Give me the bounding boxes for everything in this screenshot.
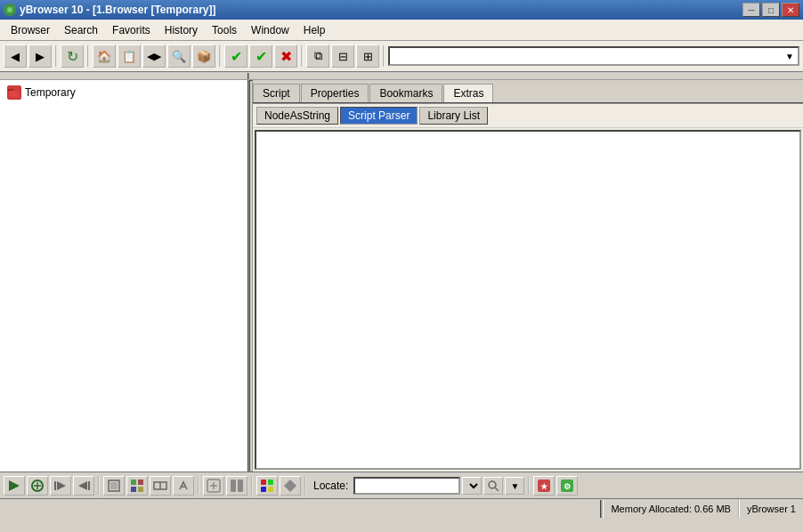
maximize-button[interactable]: □ — [762, 3, 780, 17]
btb-btn-11[interactable] — [256, 476, 278, 496]
locate-action-button-1[interactable] — [483, 477, 503, 495]
btb-btn-10[interactable] — [226, 476, 247, 496]
main-tab-bar: Script Properties Bookmarks Extras — [253, 80, 803, 104]
btb-btn-2[interactable] — [27, 476, 48, 496]
url-input[interactable] — [393, 50, 785, 62]
tree-item-label: Temporary — [25, 86, 76, 99]
subtab-librarylist[interactable]: Library List — [419, 107, 488, 125]
btb-btn-6[interactable] — [126, 476, 148, 496]
tab-properties[interactable]: Properties — [301, 84, 369, 102]
right-col-header — [249, 73, 803, 79]
left-col-header — [0, 73, 249, 79]
red-stop-button[interactable]: ✖ — [274, 44, 297, 68]
sub-tab-bar: NodeAsString Script Parser Library List — [253, 104, 803, 128]
bottom-separator-1 — [98, 477, 100, 495]
menu-browser[interactable]: Browser — [4, 22, 57, 38]
merge-button[interactable]: ⊞ — [356, 44, 379, 68]
btb-btn-5[interactable] — [103, 476, 125, 496]
left-panel: Temporary — [0, 80, 249, 472]
status-memory-text: Memory Allocated: 0.66 MB — [611, 504, 731, 514]
toolbar: ◀ ▶ ↻ 🏠 📋 ◀▶ 🔍 📦 ✔ ✔ ✖ ⧉ ⊟ ⊞ ▼ — [0, 41, 803, 73]
svg-point-2 — [8, 8, 12, 12]
svg-rect-26 — [268, 480, 273, 485]
svg-marker-29 — [284, 480, 296, 492]
window-title: yBrowser 10 - [1.Browser [Temporary]] — [20, 4, 216, 16]
btb-btn-1[interactable] — [4, 476, 25, 496]
svg-rect-23 — [231, 480, 236, 492]
tree-item-temporary[interactable]: Temporary — [4, 84, 244, 101]
export-button[interactable]: 📦 — [192, 44, 215, 68]
toolbar-separator-2 — [87, 45, 89, 67]
bottom-separator-2 — [198, 477, 199, 495]
green-check2-button[interactable]: ✔ — [249, 44, 272, 68]
home-button[interactable]: 🏠 — [93, 44, 116, 68]
bottom-separator-3 — [251, 477, 253, 495]
bottom-separator-4 — [304, 477, 306, 495]
menu-bar: Browser Search Favorits History Tools Wi… — [0, 20, 803, 41]
btb-btn-12[interactable] — [280, 476, 301, 496]
btb-special-1[interactable]: ★ — [533, 476, 555, 496]
column-headers — [0, 73, 803, 80]
menu-favorits[interactable]: Favorits — [105, 22, 158, 38]
url-dropdown-button[interactable]: ▼ — [785, 52, 794, 61]
tab-extras[interactable]: Extras — [443, 84, 493, 102]
svg-rect-13 — [131, 480, 136, 485]
toolbar-separator-5 — [383, 45, 385, 67]
subtab-nodeasstring[interactable]: NodeAsString — [256, 107, 338, 125]
status-app: yBrowser 1 — [738, 500, 803, 518]
bottom-toolbar: Locate: ▼ ★ ⚙ — [0, 472, 803, 498]
close-button[interactable]: ✕ — [782, 3, 799, 17]
menu-tools[interactable]: Tools — [205, 22, 244, 38]
locate-action-button-2[interactable]: ▼ — [505, 477, 524, 495]
menu-help[interactable]: Help — [296, 22, 333, 38]
title-bar: yBrowser 10 - [1.Browser [Temporary]] ─ … — [0, 0, 803, 20]
btb-special-2[interactable]: ⚙ — [556, 476, 578, 496]
forward-button[interactable]: ▶ — [28, 44, 52, 68]
tab-script[interactable]: Script — [253, 84, 300, 102]
menu-window[interactable]: Window — [244, 22, 296, 38]
tab-bookmarks[interactable]: Bookmarks — [369, 84, 442, 102]
subtab-scriptparser[interactable]: Script Parser — [340, 107, 418, 125]
toolbar-separator-3 — [219, 45, 221, 67]
app-icon — [4, 4, 16, 16]
svg-rect-24 — [238, 480, 243, 492]
svg-rect-25 — [261, 480, 266, 485]
menu-search[interactable]: Search — [57, 22, 105, 38]
svg-rect-15 — [131, 487, 136, 492]
status-memory: Memory Allocated: 0.66 MB — [602, 500, 738, 518]
toolbar-separator-4 — [301, 45, 303, 67]
minimize-button[interactable]: ─ — [742, 3, 760, 17]
svg-point-30 — [489, 481, 496, 488]
back2-button[interactable]: ◀▶ — [142, 44, 166, 68]
green-check1-button[interactable]: ✔ — [224, 44, 247, 68]
find-button[interactable]: 🔍 — [167, 44, 191, 68]
refresh-button[interactable]: ↻ — [61, 44, 84, 68]
status-app-text: yBrowser 1 — [747, 504, 796, 514]
status-bar: Memory Allocated: 0.66 MB yBrowser 1 — [0, 498, 803, 518]
content-area — [255, 130, 801, 470]
svg-rect-16 — [138, 487, 143, 492]
btb-btn-4[interactable] — [73, 476, 94, 496]
svg-text:⚙: ⚙ — [564, 482, 571, 491]
open-button[interactable]: 📋 — [118, 44, 141, 68]
svg-text:★: ★ — [540, 482, 548, 491]
btb-btn-7[interactable] — [150, 476, 171, 496]
btb-btn-9[interactable] — [203, 476, 224, 496]
btb-btn-8[interactable] — [173, 476, 194, 496]
locate-label: Locate: — [313, 480, 348, 492]
toolbar-separator-1 — [55, 45, 57, 67]
menu-history[interactable]: History — [158, 22, 205, 38]
right-panel: Script Properties Bookmarks Extras NodeA… — [253, 80, 803, 472]
locate-dropdown[interactable] — [462, 477, 482, 495]
split-button[interactable]: ⊟ — [331, 44, 354, 68]
main-area: Temporary Script Properties Bookmarks Ex… — [0, 80, 803, 472]
locate-input[interactable] — [353, 477, 460, 495]
bottom-separator-5 — [528, 477, 530, 495]
folder-icon — [7, 85, 21, 100]
svg-rect-5 — [9, 91, 20, 98]
back-button[interactable]: ◀ — [4, 44, 27, 68]
svg-rect-28 — [268, 487, 273, 492]
copy-button[interactable]: ⧉ — [306, 44, 329, 68]
btb-btn-3[interactable] — [50, 476, 71, 496]
status-left — [0, 500, 602, 518]
